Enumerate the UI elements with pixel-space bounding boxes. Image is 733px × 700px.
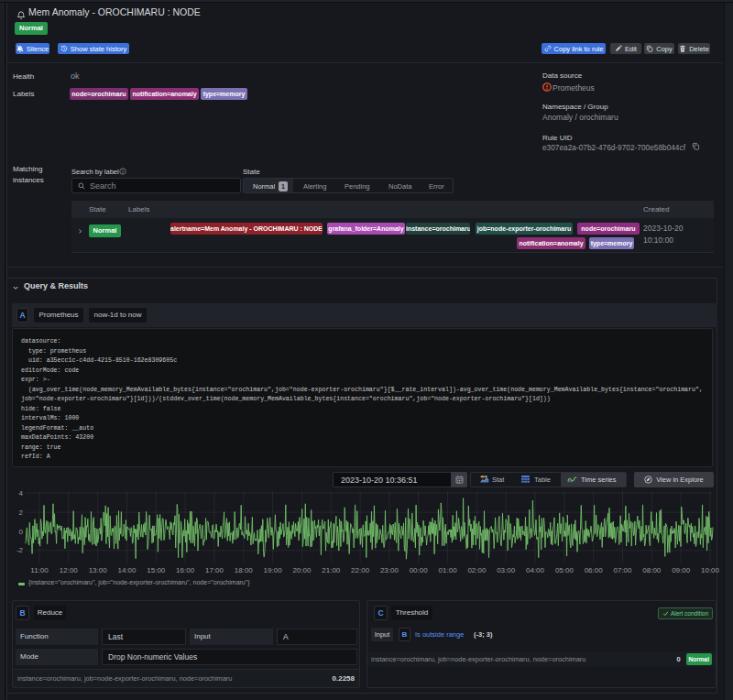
- svg-text:19:00: 19:00: [264, 566, 283, 574]
- svg-text:18:00: 18:00: [235, 566, 254, 574]
- svg-text:04:00: 04:00: [526, 566, 545, 574]
- svg-text:16:00: 16:00: [176, 566, 195, 574]
- svg-text:-2: -2: [16, 546, 24, 554]
- svg-text:17:00: 17:00: [205, 566, 224, 574]
- svg-text:02:00: 02:00: [467, 566, 487, 574]
- svg-text:10:00: 10:00: [701, 566, 720, 574]
- svg-text:13:00: 13:00: [89, 566, 108, 574]
- svg-text:07:00: 07:00: [613, 566, 632, 574]
- svg-text:03:00: 03:00: [497, 566, 516, 574]
- svg-text:09:00: 09:00: [672, 566, 691, 574]
- svg-text:06:00: 06:00: [585, 566, 604, 574]
- svg-text:23:00: 23:00: [380, 566, 399, 574]
- svg-text:08:00: 08:00: [642, 566, 662, 574]
- svg-text:14:00: 14:00: [117, 566, 137, 574]
- svg-text:11:00: 11:00: [30, 566, 49, 574]
- svg-text:20:00: 20:00: [292, 566, 312, 574]
- svg-text:15:00: 15:00: [147, 566, 166, 574]
- svg-text:0: 0: [19, 528, 24, 536]
- svg-text:05:00: 05:00: [555, 566, 574, 574]
- svg-text:21:00: 21:00: [322, 566, 341, 574]
- svg-text:00:00: 00:00: [410, 566, 429, 574]
- svg-text:12:00: 12:00: [60, 566, 79, 574]
- svg-text:4: 4: [19, 489, 24, 498]
- svg-text:22:00: 22:00: [351, 566, 370, 574]
- svg-text:2: 2: [19, 509, 24, 517]
- svg-text:01:00: 01:00: [439, 566, 458, 574]
